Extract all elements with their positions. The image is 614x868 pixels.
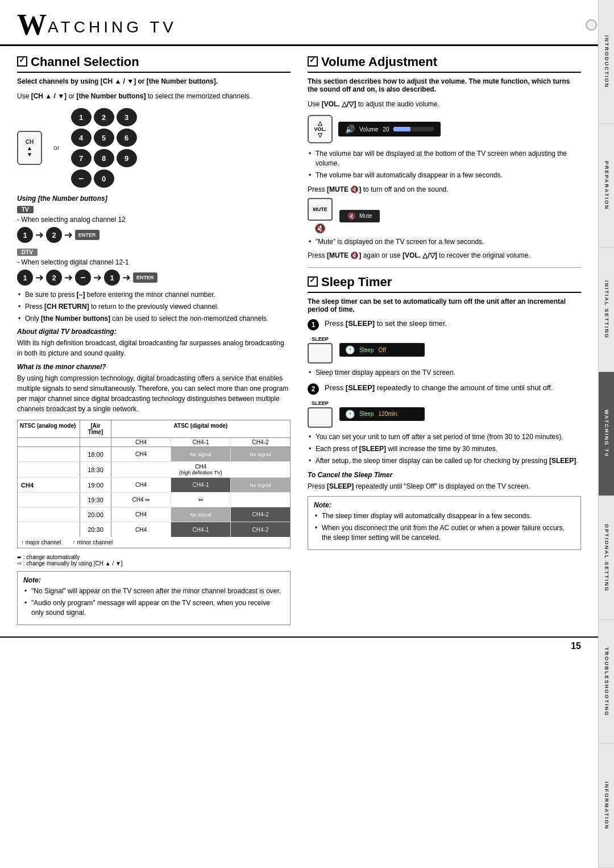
diagram-footer: ↑ major channel ↑ minor channel (18, 537, 290, 548)
sleep-note-2: When you disconnect the unit from the AC… (314, 523, 575, 543)
header-circle-decoration (586, 19, 597, 31)
sleep-note-list: The sleep timer display will automatical… (314, 511, 575, 542)
d-arrow-1: ➜ (35, 271, 44, 284)
sleep-title-label: Sleep Timer (321, 275, 392, 290)
d-enter-key[interactable]: ENTER (133, 272, 157, 283)
d-dash: – (75, 270, 91, 286)
diagram-row-2030: 20:30 CH4 CH4-1 CH4-2 (18, 522, 290, 537)
sidebar-tab-troubleshooting[interactable]: TROUBLESHOOTING (599, 620, 614, 744)
key-9[interactable]: 9 (117, 149, 137, 167)
divider-1 (308, 267, 581, 268)
key-6[interactable]: 6 (117, 129, 137, 147)
diagram-subheader: CH4 CH4-1 CH4-2 (18, 438, 290, 447)
channel-note-1: "No Signal" will appear on the TV screen… (23, 586, 284, 596)
ntsc-header: NTSC (analog mode) (18, 420, 80, 437)
analog-label: - When selecting analog channel 12 (17, 216, 291, 224)
sleep-button-1[interactable] (308, 343, 333, 363)
header-title: ATCHING TV (48, 18, 177, 40)
channel-note-2: "Audio only program" message will appear… (23, 598, 284, 618)
bullet-1: Be sure to press [–] before entering the… (17, 290, 291, 300)
step1-text: Press [SLEEP] to set the sleep timer. (325, 319, 447, 328)
key-0[interactable]: 0 (94, 170, 114, 188)
minor-channel-text: By using high compression technology, di… (17, 373, 291, 414)
sleep-screen-val-2: 120min. (379, 411, 399, 417)
sidebar-tab-optional-setting[interactable]: OPTIONAL SETTING (599, 496, 614, 620)
sleep-step1-bullets: Sleep timer display appears on the TV sc… (308, 368, 581, 378)
key-5[interactable]: 5 (94, 129, 114, 147)
sleep-step1-display: SLEEP 🕐 Sleep Off (308, 336, 581, 363)
vol-bar-container (393, 127, 434, 131)
minor-channel-title: What is the minor channel? (17, 363, 291, 371)
sleep-screen-1: 🕐 Sleep Off (339, 343, 425, 357)
mute-label: MUTE (313, 206, 327, 212)
diagram-legend: ➨ : change automatically ⇨ : change manu… (17, 554, 291, 567)
sleep-screen-label-2: Sleep (359, 411, 374, 417)
channel-note-box: Note: "No Signal" will appear on the TV … (17, 571, 291, 625)
vol-bullet-2: The volume bar will automatically disapp… (308, 171, 581, 180)
volume-bullets: The volume bar will be displayed at the … (308, 149, 581, 180)
sleep-bullet-2c: After setup, the sleep timer display can… (308, 456, 581, 466)
key-8[interactable]: 8 (94, 149, 114, 167)
channel-note-list: "No Signal" will appear on the TV screen… (23, 586, 284, 617)
about-digital-text: With its high definition broadcast, digi… (17, 338, 291, 358)
atsc-header: ATSC (digital mode) (111, 420, 290, 437)
diagram-row-2000: 20:00 CH4 No signal CH4-2 (18, 507, 290, 522)
sleep-label-1: SLEEP (312, 336, 329, 342)
key-2[interactable]: 2 (94, 108, 114, 126)
sleep-bullet-2b: Each press of [SLEEP] will increase the … (308, 444, 581, 454)
step-num-1: 1 (308, 319, 319, 330)
mute-intro: Press [MUTE 🔇] to turn off and on the so… (308, 184, 581, 195)
key-4[interactable]: 4 (71, 129, 92, 147)
left-column: Channel Selection Select channels by usi… (17, 46, 291, 625)
d-step-1: 1 (17, 270, 33, 286)
sleep-bullet-1: Sleep timer display appears on the TV sc… (308, 368, 581, 378)
sleep-clock-icon-2: 🕐 (345, 410, 355, 419)
volume-checkbox-icon (308, 56, 318, 67)
sidebar-tab-initial-setting[interactable]: INITIAL SETTING (599, 248, 614, 372)
mute-button[interactable]: MUTE (308, 198, 333, 221)
sidebar-tab-information[interactable]: INFORMATION (599, 744, 614, 868)
sidebar-tab-introduction[interactable]: INTRODUCTION (599, 0, 614, 124)
cancel-sleep-text: Press [SLEEP] repeatedly until "Sleep Of… (308, 481, 581, 491)
step2-text: Press [SLEEP] repeatedly to change the a… (325, 383, 553, 392)
key-3[interactable]: 3 (117, 108, 137, 126)
sleep-button-2[interactable] (308, 407, 333, 428)
channel-selection-label: Channel Selection (31, 55, 139, 69)
step-1: 1 (17, 227, 33, 243)
arrow-2: ➜ (64, 229, 73, 241)
sleep-screen-label-1: Sleep (359, 347, 374, 353)
diagram-header: NTSC (analog mode) [Air Time] ATSC (digi… (18, 420, 290, 438)
vol-button[interactable]: △ VOL. ▽ (308, 115, 333, 143)
diagram-row-1800: 18:00 CH4 No signal No signal (18, 447, 290, 462)
mute-bullet-1: "Mute" is displayed on the TV screen for… (308, 237, 581, 247)
key-7[interactable]: 7 (71, 149, 92, 167)
sidebar-tab-watching-tv[interactable]: WATCHING TV (599, 372, 614, 496)
key-1[interactable]: 1 (71, 108, 92, 126)
mute-screen-text: Mute (359, 213, 372, 219)
sleep-note-1: The sleep timer display will automatical… (314, 511, 575, 521)
sleep-note-title: Note: (314, 501, 575, 509)
enter-key[interactable]: ENTER (75, 230, 99, 240)
manual-change-legend: ⇨ : change manually by using [CH ▲ / ▼] (17, 560, 291, 567)
sleep-bullet-2a: You can set your unit to turn off after … (308, 432, 581, 442)
page-number-area: 15 (0, 636, 598, 657)
ch-button[interactable]: CH ▲ ▼ (17, 131, 42, 165)
sleep-step-2: 2 Press [SLEEP] repeatedly to change the… (308, 383, 581, 395)
channel-checkbox-icon (17, 56, 27, 67)
key-dash[interactable]: – (71, 170, 92, 188)
mute-icon: 🔇 (314, 223, 326, 234)
main-content: Channel Selection Select channels by usi… (0, 46, 598, 636)
vol-label: VOL. (314, 126, 326, 132)
right-column: Volume Adjustment This section describes… (308, 46, 581, 625)
sidebar-tab-preparation[interactable]: PREPARATION (599, 124, 614, 248)
numpad-area: CH ▲ ▼ or 1 2 3 4 5 6 7 8 9 – 0 (17, 108, 291, 188)
channel-note-title: Note: (23, 576, 284, 584)
auto-change-legend: ➨ : change automatically (17, 554, 291, 560)
vol-bar (393, 127, 410, 131)
header-w-letter: W (17, 10, 47, 40)
sleep-screen-2: 🕐 Sleep 120min. (339, 407, 425, 421)
channel-intro-text: Use [CH ▲ / ▼] or [the Number buttons] t… (17, 91, 291, 101)
vol-screen-text: Volume (359, 126, 378, 133)
channel-bullets: Be sure to press [–] before entering the… (17, 290, 291, 323)
channel-selection-title: Channel Selection (17, 55, 291, 73)
